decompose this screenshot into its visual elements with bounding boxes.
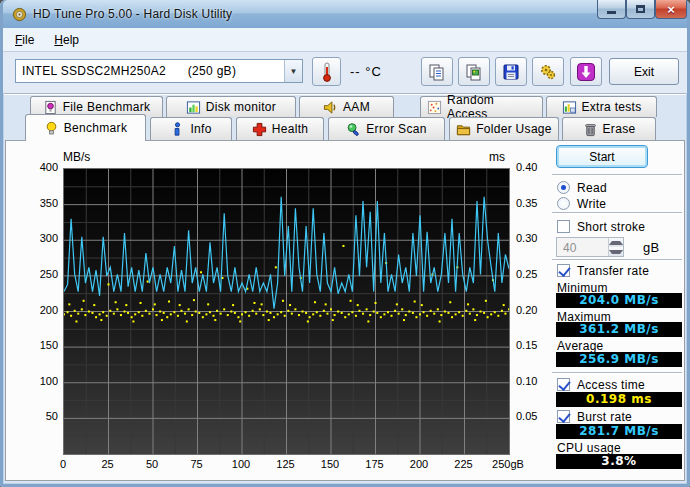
write-radio[interactable] <box>557 197 570 210</box>
tab-random-access[interactable]: Random Access <box>420 96 543 117</box>
tab-label: Error Scan <box>366 122 426 136</box>
arrow-down-icon <box>609 250 623 254</box>
tab-label: AAM <box>343 100 370 114</box>
file-benchmark-icon <box>43 100 58 115</box>
axis-tick-label: 150 <box>30 339 58 351</box>
close-icon: × <box>667 2 675 17</box>
tab-label: Extra tests <box>582 100 642 114</box>
chevron-down-icon[interactable]: ▼ <box>284 60 302 82</box>
download-update-button[interactable] <box>570 57 602 86</box>
cpu-usage-label: CPU usage <box>557 441 621 455</box>
options-button[interactable] <box>532 57 564 86</box>
save-button[interactable] <box>495 57 527 86</box>
minimum-value: 204.0 MB/s <box>556 293 682 308</box>
access-time-label[interactable]: Access time <box>577 378 645 392</box>
lightbulb-icon <box>44 121 59 136</box>
tab-label: Erase <box>603 122 636 136</box>
axis-tick-label: 100 <box>30 375 58 387</box>
info-icon <box>170 122 185 137</box>
axis-tick-label: 50 <box>30 410 58 422</box>
axis-tick-label: 0.40 <box>516 161 548 173</box>
axis-tick-label: 0.10 <box>516 375 548 387</box>
read-label[interactable]: Read <box>577 181 607 195</box>
toolbar: INTEL SSDSC2MH250A2 (250 gB) ▼ -- °C <box>3 52 687 93</box>
transfer-rate-checkbox[interactable] <box>557 264 570 277</box>
axis-tick-label: 0.25 <box>516 268 548 280</box>
access-time-value: 0.198 ms <box>556 392 682 407</box>
tab-info[interactable]: Info <box>150 117 232 140</box>
stepper-up-button[interactable] <box>609 238 623 247</box>
copy-text-button[interactable] <box>421 57 453 86</box>
thermometer-icon <box>320 62 334 82</box>
short-stroke-stepper[interactable]: 40 <box>556 237 624 257</box>
burst-rate-checkbox[interactable] <box>557 410 570 423</box>
title-bar[interactable]: HD Tune Pro 5.00 - Hard Disk Utility <box>3 0 687 28</box>
axis-tick-label: 50 <box>146 458 158 470</box>
tab-health[interactable]: Health <box>236 117 324 140</box>
drive-select[interactable]: INTEL SSDSC2MH250A2 (250 gB) ▼ <box>15 59 303 83</box>
save-icon <box>502 63 520 81</box>
maximize-button[interactable] <box>626 0 655 19</box>
trash-icon <box>583 122 598 137</box>
tab-folder-usage[interactable]: Folder Usage <box>449 117 559 140</box>
stepper-down-button[interactable] <box>609 247 623 256</box>
axis-tick-label: 25 <box>101 458 113 470</box>
start-label: Start <box>589 150 614 164</box>
drive-select-value: INTEL SSDSC2MH250A2 (250 gB) <box>16 64 284 78</box>
cpu-usage-value: 3.8% <box>556 454 682 469</box>
average-value: 256.9 MB/s <box>556 352 682 367</box>
axis-tick-label: 125 <box>276 458 294 470</box>
read-radio[interactable] <box>557 181 570 194</box>
axis-tick-label: 200 <box>410 458 428 470</box>
arrow-up-icon <box>609 241 623 245</box>
write-label[interactable]: Write <box>577 197 606 211</box>
tab-label: Benchmark <box>64 121 127 135</box>
separator <box>552 174 682 176</box>
app-window: HD Tune Pro 5.00 - Hard Disk Utility × F… <box>0 0 690 487</box>
tab-disk-monitor[interactable]: Disk monitor <box>166 96 296 117</box>
temperature-button[interactable] <box>312 57 341 86</box>
toolbar-divider <box>4 93 686 95</box>
exit-label: Exit <box>634 65 654 79</box>
tab-aam[interactable]: AAM <box>299 96 394 117</box>
short-stroke-unit: gB <box>643 240 660 255</box>
tab-error-scan[interactable]: Error Scan <box>328 117 445 140</box>
axis-tick-label: 0 <box>60 458 66 470</box>
start-button[interactable]: Start <box>556 145 648 168</box>
window-title: HD Tune Pro 5.00 - Hard Disk Utility <box>33 7 232 21</box>
separator <box>552 372 682 374</box>
maximum-value: 361.2 MB/s <box>556 322 682 337</box>
folder-icon <box>456 122 471 137</box>
access-time-checkbox[interactable] <box>557 378 570 391</box>
axis-tick-label: 0.15 <box>516 339 548 351</box>
close-button[interactable]: × <box>655 0 687 19</box>
menu-help[interactable]: Help <box>46 30 87 50</box>
disk-monitor-icon <box>186 100 201 115</box>
short-stroke-label[interactable]: Short stroke <box>577 220 645 234</box>
axis-tick-label: 150 <box>321 458 339 470</box>
download-arrow-icon <box>576 62 596 82</box>
copy-image-icon <box>465 63 483 81</box>
axis-tick-label: 400 <box>30 161 58 173</box>
menu-file[interactable]: File <box>7 30 42 50</box>
tab-label: Info <box>190 122 211 136</box>
tab-benchmark-active[interactable]: Benchmark <box>25 114 146 141</box>
app-icon <box>12 7 27 22</box>
transfer-rate-label[interactable]: Transfer rate <box>577 264 649 278</box>
magnifier-icon <box>346 122 361 137</box>
gears-icon <box>539 63 557 81</box>
short-stroke-checkbox[interactable] <box>557 220 570 233</box>
tab-erase[interactable]: Erase <box>562 117 656 140</box>
tab-label: Disk monitor <box>206 100 276 114</box>
axis-tick-label: 0.20 <box>516 304 548 316</box>
exit-button[interactable]: Exit <box>609 58 679 85</box>
y-right-axis-unit: ms <box>489 150 505 164</box>
tab-label: Health <box>272 122 309 136</box>
axis-tick-label: 225 <box>454 458 472 470</box>
minimize-button[interactable] <box>597 0 626 19</box>
burst-rate-label[interactable]: Burst rate <box>577 410 632 424</box>
copy-text-icon <box>428 63 446 81</box>
copy-image-button[interactable] <box>458 57 490 86</box>
tab-extra-tests[interactable]: Extra tests <box>546 96 657 117</box>
minimize-icon <box>607 11 616 14</box>
